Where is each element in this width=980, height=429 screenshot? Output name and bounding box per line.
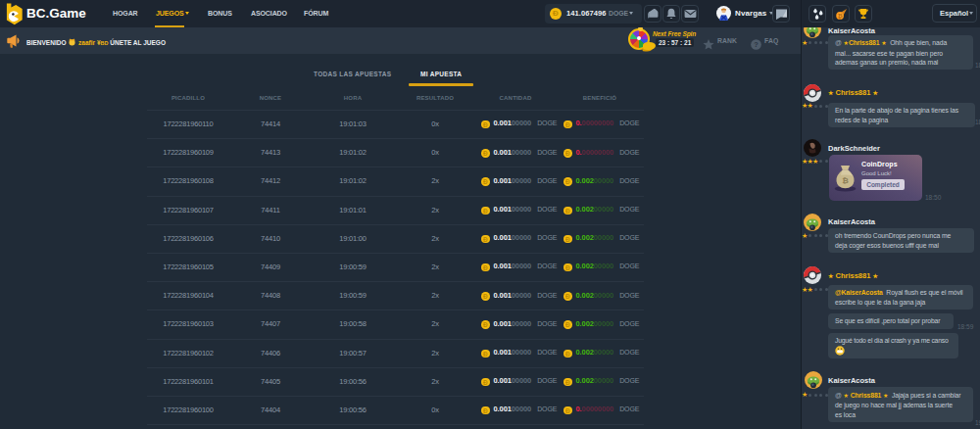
svg-text:₿: ₿ (837, 13, 842, 19)
svg-text:?: ? (754, 40, 759, 49)
svg-text:₿: ₿ (842, 176, 849, 185)
